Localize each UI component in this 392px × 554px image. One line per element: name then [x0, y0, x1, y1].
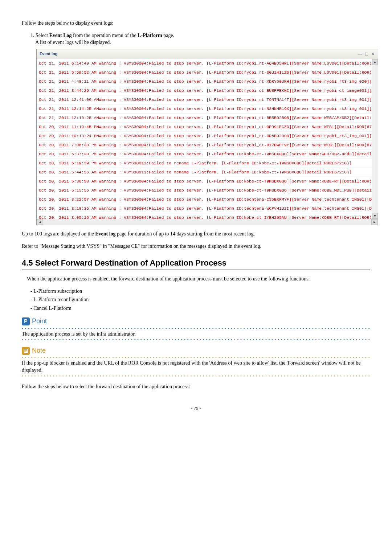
log-timestamp: Oct 20, 2011 3:05:16 AM [39, 214, 99, 219]
log-row: Oct 20, 2011 3:22:57 AMWarning : VSYS300… [37, 195, 378, 204]
log-message: Warning : VSYS30004:Failed to stop serve… [99, 178, 376, 185]
log-timestamp: Oct 21, 2011 12:10:25 AM [39, 114, 99, 122]
list-item: L-Platform reconfiguration [30, 296, 370, 303]
log-timestamp: Oct 21, 2011 12:41:06 AM [39, 96, 99, 103]
log-message: Warning : VSYS30004:Failed to stop serve… [99, 105, 376, 112]
dots-divider: • • • • • • • • • • • • • • • • • • • • … [22, 356, 370, 359]
step-line1: Select Event Log from the operation menu… [36, 33, 174, 38]
log-row: Oct 20, 2011 5:19:39 PMWarning : VSYS300… [37, 159, 378, 168]
closing-text: Follow the steps below to select the for… [22, 383, 370, 390]
point-label: Point [32, 317, 47, 326]
event-log-window: Event log — □ ✕ ▲ ▼ Oct 21, 2011 6:14:49… [36, 49, 378, 225]
after-text-2: Refer to "Message Stating with VSYS" in … [22, 243, 370, 250]
list-item: Cancel L-Platform [30, 305, 370, 312]
log-message: Warning : VSYS30013:Failed to rename L-P… [99, 169, 376, 176]
log-timestamp: Oct 20, 2011 5:37:38 PM [39, 151, 99, 158]
close-icon[interactable]: ✕ [371, 51, 375, 57]
log-rows-area: ▲ ▼ Oct 21, 2011 6:14:49 AMWarning : VSY… [37, 59, 378, 219]
log-row: Oct 20, 2011 5:30:58 AMWarning : VSYS300… [37, 177, 378, 186]
note-callout: Note • • • • • • • • • • • • • • • • • •… [22, 346, 370, 377]
t: page for duration of up to 14 days start… [116, 231, 255, 237]
dots-divider: • • • • • • • • • • • • • • • • • • • • … [22, 374, 370, 377]
log-message: Warning : VSYS30004:Failed to stop serve… [99, 69, 376, 76]
log-row: Oct 20, 2011 3:18:36 AMWarning : VSYS300… [37, 204, 378, 213]
horizontal-scrollbar[interactable]: ◄ ► [37, 219, 378, 225]
log-message: Warning : VSYS30004:Failed to stop serve… [99, 78, 376, 85]
scroll-left-icon[interactable]: ◄ [37, 219, 43, 225]
log-message: Warning : VSYS30004:Failed to stop serve… [99, 187, 376, 194]
function-list: L-Platform subscription L-Platform recon… [22, 288, 370, 312]
log-row: Oct 20, 2011 5:15:56 AMWarning : VSYS300… [37, 186, 378, 195]
log-timestamp: Oct 21, 2011 3:44:29 AM [39, 87, 99, 94]
svg-rect-3 [24, 352, 26, 352]
scroll-up-icon[interactable]: ▲ [372, 59, 378, 65]
log-timestamp: Oct 21, 2011 5:59:52 AM [39, 69, 99, 76]
point-callout: P Point • • • • • • • • • • • • • • • • … [22, 317, 370, 341]
t: page. [162, 33, 174, 38]
log-timestamp: Oct 20, 2011 5:44:56 AM [39, 169, 99, 176]
log-message: Warning : VSYS30004:Failed to stop serve… [99, 205, 376, 212]
log-message: Warning : VSYS30004:Failed to stop serve… [99, 114, 376, 122]
log-message: Warning : VSYS30013:Failed to rename L-P… [99, 160, 376, 167]
t: Up to 100 logs are displayed on the [22, 231, 95, 237]
svg-rect-1 [24, 349, 27, 350]
log-row: Oct 20, 2011 5:37:38 PMWarning : VSYS300… [37, 150, 378, 159]
scroll-track-v[interactable] [372, 65, 377, 213]
log-timestamp: Oct 21, 2011 12:14:25 AM [39, 105, 99, 112]
scroll-down-icon[interactable]: ▼ [372, 213, 378, 219]
dots-divider: • • • • • • • • • • • • • • • • • • • • … [22, 338, 370, 341]
section-intro: When the application process is enabled,… [27, 275, 370, 283]
step-1: 1. Select Event Log from the operation m… [30, 32, 370, 46]
list-item: L-Platform subscription [30, 288, 370, 295]
log-timestamp: Oct 20, 2011 7:06:38 PM [39, 141, 99, 149]
minimize-icon[interactable]: — [358, 51, 362, 57]
log-row: Oct 20, 2011 7:06:38 PMWarning : VSYS300… [37, 141, 378, 150]
bold-event-log-2: Event log [95, 231, 115, 237]
log-message: Warning : VSYS30004:Failed to stop serve… [99, 196, 376, 203]
vertical-scrollbar[interactable]: ▲ ▼ [372, 59, 378, 219]
log-message: Warning : VSYS30004:Failed to stop serve… [99, 132, 376, 140]
point-body: The application process is set by the in… [22, 331, 370, 338]
note-body: If the pop-up blocker is enabled and the… [22, 360, 370, 374]
svg-rect-2 [24, 350, 27, 351]
log-row: Oct 21, 2011 5:59:52 AMWarning : VSYS300… [37, 68, 378, 77]
log-message: Warning : VSYS30004:Failed to stop serve… [99, 96, 376, 103]
log-message: Warning : VSYS30004:Failed to stop serve… [99, 60, 376, 67]
log-timestamp: Oct 21, 2011 4:48:11 AM [39, 78, 99, 85]
t: from the operation menu of the [72, 33, 138, 38]
window-title: Event log [40, 51, 58, 57]
section-heading: 4.5 Select Forward Destination of Applic… [22, 258, 370, 270]
log-message: Warning : VSYS30004:Failed to stop serve… [99, 87, 376, 94]
log-row: Oct 20, 2011 11:19:45 PMWarning : VSYS30… [37, 123, 378, 132]
bold-l-platform: L-Platform [138, 33, 162, 38]
intro-text: Follow the steps below to display event … [22, 20, 370, 27]
point-icon: P [22, 317, 30, 325]
dots-divider: • • • • • • • • • • • • • • • • • • • • … [22, 327, 370, 330]
log-timestamp: Oct 20, 2011 5:30:58 AM [39, 178, 99, 185]
log-row: Oct 21, 2011 12:41:06 AMWarning : VSYS30… [37, 95, 378, 104]
event-log-titlebar: Event log — □ ✕ [37, 49, 378, 59]
bold-event-log: Event Log [49, 33, 72, 38]
log-timestamp: Oct 20, 2011 5:15:56 AM [39, 187, 99, 194]
log-message: Warning : VSYS30004:Failed to stop serve… [99, 151, 376, 158]
log-timestamp: Oct 20, 2011 5:19:39 PM [39, 160, 99, 167]
log-timestamp: Oct 20, 2011 11:19:45 PM [39, 123, 99, 131]
scroll-right-icon[interactable]: ► [371, 219, 378, 225]
log-row: Oct 21, 2011 6:14:49 AMWarning : VSYS300… [37, 59, 378, 68]
step-num: 1. [30, 33, 34, 38]
t: Select [36, 33, 49, 38]
log-message: Warning : VSYS30004:Failed to stop serve… [99, 214, 376, 219]
log-timestamp: Oct 20, 2011 3:18:36 AM [39, 205, 99, 212]
log-row: Oct 21, 2011 3:44:29 AMWarning : VSYS300… [37, 86, 378, 95]
log-message: Warning : VSYS30004:Failed to stop serve… [99, 141, 376, 149]
log-row: Oct 20, 2011 3:05:16 AMWarning : VSYS300… [37, 213, 378, 219]
log-message: Warning : VSYS30004:Failed to stop serve… [99, 123, 376, 131]
log-row: Oct 20, 2011 5:44:56 AMWarning : VSYS300… [37, 168, 378, 177]
log-row: Oct 21, 2011 12:10:25 AMWarning : VSYS30… [37, 114, 378, 123]
log-timestamp: Oct 21, 2011 6:14:49 AM [39, 60, 99, 67]
scroll-track-h[interactable] [44, 219, 371, 225]
maximize-icon[interactable]: □ [365, 51, 368, 57]
page-number: - 79 - [22, 405, 370, 411]
note-icon [22, 347, 30, 355]
log-row: Oct 20, 2011 10:13:24 PMWarning : VSYS30… [37, 132, 378, 141]
